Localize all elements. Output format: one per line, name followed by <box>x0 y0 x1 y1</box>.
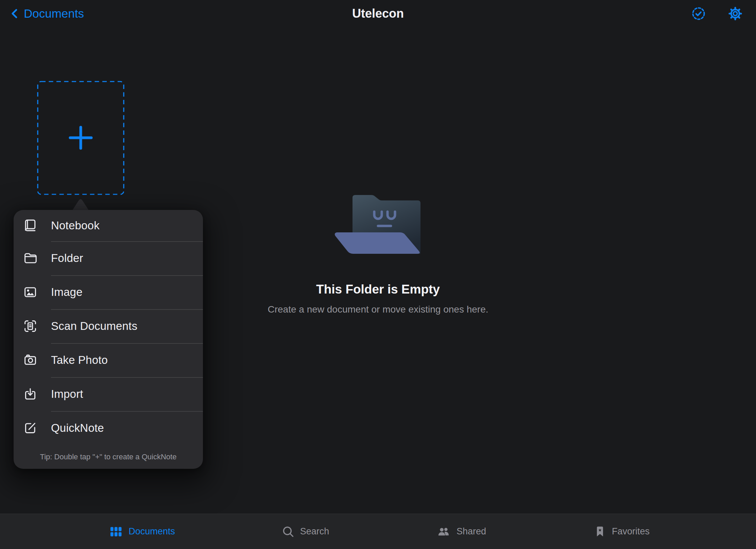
new-document-dashed-outline <box>37 81 124 195</box>
select-check-icon <box>691 6 706 21</box>
menu-item-take-photo[interactable]: Take Photo <box>14 343 203 377</box>
menu-item-label: Scan Documents <box>51 320 137 333</box>
quicknote-tip: Tip: Double tap "+" to create a QuickNot… <box>14 445 203 469</box>
tab-label: Favorites <box>612 526 650 537</box>
empty-state-title: This Folder is Empty <box>0 282 756 297</box>
scan-documents-icon <box>23 319 38 334</box>
tab-documents[interactable]: Documents <box>108 514 175 549</box>
bottom-tab-bar: Documents Search Shared <box>0 514 756 549</box>
tab-shared[interactable]: Shared <box>436 514 486 549</box>
menu-item-label: Import <box>51 388 83 401</box>
settings-button[interactable] <box>727 6 743 21</box>
tab-favorites[interactable]: Favorites <box>593 514 650 549</box>
page-title: Utelecon <box>0 0 756 27</box>
tab-label: Search <box>300 526 329 537</box>
notebook-icon <box>23 218 38 233</box>
menu-item-import[interactable]: Import <box>14 377 203 411</box>
tab-search[interactable]: Search <box>281 514 329 549</box>
menu-item-label: Notebook <box>51 219 100 232</box>
popover-arrow <box>72 198 89 210</box>
favorites-bookmark-icon <box>593 525 607 539</box>
empty-state-subtitle: Create a new document or move existing o… <box>0 304 756 315</box>
shared-people-icon <box>436 525 451 539</box>
tab-label: Shared <box>457 526 486 537</box>
search-icon <box>281 525 295 538</box>
top-navigation-bar: Documents Utelecon <box>0 0 756 27</box>
empty-folder-illustration <box>334 194 422 255</box>
settings-gear-icon <box>727 6 743 21</box>
folder-icon <box>23 251 38 266</box>
menu-item-quicknote[interactable]: QuickNote <box>14 411 203 445</box>
camera-icon <box>23 353 38 368</box>
menu-item-label: Take Photo <box>51 354 108 367</box>
select-mode-button[interactable] <box>691 6 706 21</box>
tab-label: Documents <box>128 526 175 537</box>
documents-grid-icon <box>108 525 123 539</box>
menu-item-folder[interactable]: Folder <box>14 241 203 275</box>
top-actions <box>691 0 743 27</box>
menu-item-label: Folder <box>51 252 83 265</box>
new-document-tile[interactable] <box>37 81 124 195</box>
new-document-popover: Notebook Folder Image <box>14 210 203 469</box>
menu-item-notebook[interactable]: Notebook <box>14 210 203 241</box>
app-screen: Documents Utelecon <box>0 0 756 549</box>
plus-icon <box>70 127 91 148</box>
import-icon <box>23 387 38 402</box>
quicknote-compose-icon <box>23 421 38 436</box>
menu-item-label: QuickNote <box>51 422 104 435</box>
